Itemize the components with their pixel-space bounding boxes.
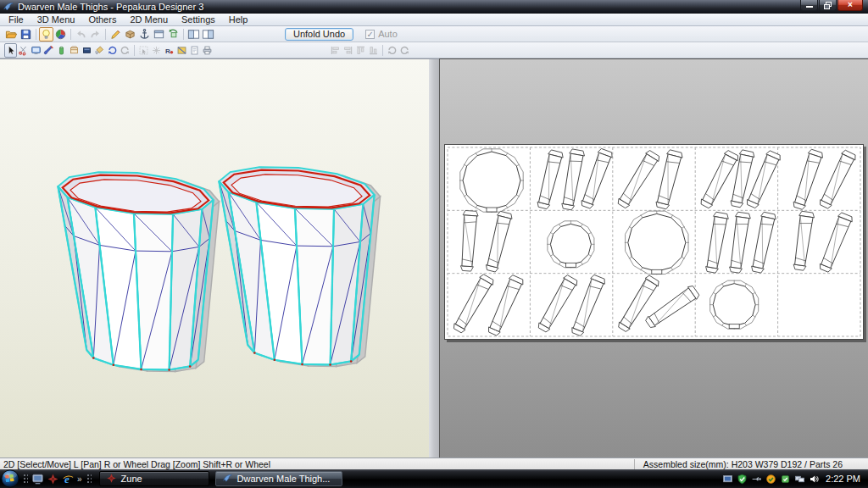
pattern-piece-disc[interactable] [459,148,524,213]
pane-right-icon[interactable] [201,27,215,42]
box-solid-icon[interactable] [81,43,93,58]
auto-checkbox-label: Auto [378,29,398,39]
edge-color-icon[interactable] [175,43,188,58]
pattern-piece-strip[interactable] [727,212,751,274]
taskbar-button-label: Zune [121,474,142,484]
ie-icon[interactable]: e [60,471,75,486]
2d-viewport[interactable] [439,58,868,458]
start-button[interactable] [0,469,20,488]
merge-parts-icon[interactable] [150,43,163,58]
main-toolbar: Unfold Undo ✓ Auto [0,26,868,42]
status-assembled-size: Assembled size(mm): H203 W379 D192 / Par… [634,459,868,469]
pattern-piece-strip[interactable] [749,212,776,274]
pattern-piece-strip[interactable] [451,274,495,335]
sheet-icon[interactable] [188,43,201,58]
quicklaunch-overflow-chevron[interactable]: » [75,474,84,484]
cube-icon[interactable] [123,27,137,42]
menu-settings[interactable]: Settings [175,14,222,25]
taskbar-button-dwarven-male-thigh-[interactable]: Dwarven Male Thigh... [215,471,342,486]
anchor-icon[interactable] [137,27,152,42]
unfold-undo-button[interactable]: Unfold Undo [285,28,353,41]
monitor-icon[interactable] [30,43,42,58]
menu-2d-menu[interactable]: 2D Menu [123,14,175,25]
pattern-piece-strip[interactable] [817,212,854,274]
pane-left-icon[interactable] [186,27,201,42]
pattern-page[interactable] [444,144,864,340]
pattern-piece-strip[interactable] [791,148,824,210]
open-folder-icon[interactable] [4,27,19,42]
pattern-piece-strip[interactable] [535,149,564,209]
pattern-piece-strip[interactable] [579,148,614,210]
close-button[interactable]: × [837,0,863,11]
pepakura-window: Dwarven Male Thighs - Pepakura Designer … [0,0,868,488]
align-top-icon[interactable] [354,43,367,58]
bucket-icon[interactable] [93,43,106,58]
menu-file[interactable]: File [2,14,31,25]
pattern-piece-strip[interactable] [817,149,857,210]
rotate-ccw-icon[interactable] [386,43,398,58]
pepakura-app-icon [222,473,233,485]
toolbar-separator [382,45,383,56]
align-right-icon[interactable] [342,43,354,58]
rotate-part-icon[interactable]: R [163,43,175,58]
tray-volume-icon[interactable] [808,473,821,485]
tray-network-icon[interactable] [793,473,806,485]
tray-agent-icon[interactable] [779,473,792,485]
pencil-icon[interactable] [108,27,123,42]
rotate-ccw-icon[interactable] [106,43,119,58]
align-bottom-icon[interactable] [367,43,380,58]
pattern-piece-strip[interactable] [615,149,661,209]
svg-text:e: e [64,473,70,485]
pattern-piece-strip[interactable] [459,210,479,271]
zune-icon[interactable] [45,471,60,486]
save-icon[interactable] [19,27,33,42]
redo-icon[interactable] [88,27,103,42]
status-hint-text: 2D [Select/Move] L [Pan] R or Wheel Drag… [0,459,634,469]
rotate-cw-icon[interactable] [398,43,411,58]
pane-splitter[interactable] [429,58,439,458]
tray-pc-icon[interactable] [721,473,734,485]
pattern-piece-strip[interactable] [792,211,815,271]
tray-shield-icon[interactable] [736,473,748,485]
knife-icon[interactable] [17,43,30,58]
status-bar: 2D [Select/Move] L [Pan] R or Wheel Drag… [0,458,868,469]
3d-viewport[interactable] [0,58,429,458]
box-open-icon[interactable] [68,43,81,58]
undo-icon[interactable] [74,27,88,42]
taskbar-grip[interactable] [22,473,28,485]
pattern-piece-disc[interactable] [625,210,689,274]
taskbar: e » ZuneDwarven Male Thigh... 2:22 PM [0,469,868,488]
align-left-icon[interactable] [329,43,342,58]
pattern-piece-disc[interactable] [709,280,759,330]
lightbulb-icon[interactable] [39,27,53,42]
taskbar-clock[interactable]: 2:22 PM [826,474,860,484]
pattern-piece-disc[interactable] [547,220,594,268]
pattern-piece-strip[interactable] [536,274,579,333]
menu-3d-menu[interactable]: 3D Menu [31,14,82,25]
cylinder-icon[interactable] [55,43,68,58]
auto-checkbox[interactable]: ✓ [365,30,375,39]
window-box-icon[interactable] [152,27,166,42]
tray-usb-icon[interactable] [750,473,763,485]
pattern-piece-strip[interactable] [704,212,729,274]
select-arrow-icon[interactable] [4,43,17,58]
menu-bar: File3D MenuOthers2D MenuSettingsHelp [0,14,868,26]
brush-icon[interactable] [42,43,55,58]
3d-model-canvas [0,59,429,458]
rotate-view-icon[interactable] [166,27,181,42]
rotate-cw-icon[interactable] [119,43,131,58]
menu-help[interactable]: Help [222,14,255,25]
toolbar-separator [183,29,184,40]
taskbar-button-zune[interactable]: Zune [99,471,209,486]
restore-button[interactable] [819,0,837,11]
pattern-piece-strip[interactable] [484,211,514,273]
show-desktop-icon[interactable] [30,471,45,486]
tray-update-icon[interactable] [765,473,777,485]
minimize-button[interactable] [800,0,818,11]
select-region-icon[interactable] [137,43,150,58]
material-sphere-icon[interactable] [53,27,68,42]
menu-others[interactable]: Others [81,14,123,25]
taskbar-grip[interactable] [86,473,92,485]
svg-text:R: R [165,47,170,54]
printer-icon[interactable] [201,43,214,58]
